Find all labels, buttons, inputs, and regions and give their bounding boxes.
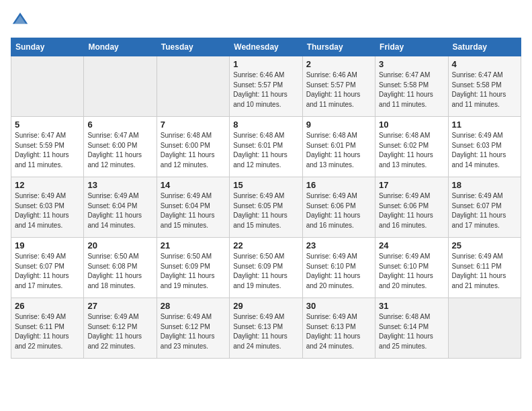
day-number: 27 — [87, 301, 152, 311]
cell-info: Sunrise: 6:46 AM Sunset: 5:57 PM Dayligh… — [306, 71, 371, 109]
day-number: 15 — [233, 180, 298, 190]
day-number: 12 — [15, 180, 80, 190]
cell-info: Sunrise: 6:47 AM Sunset: 6:00 PM Dayligh… — [87, 131, 152, 170]
column-header-saturday: Saturday — [448, 38, 521, 56]
cell-info: Sunrise: 6:49 AM Sunset: 6:05 PM Dayligh… — [233, 191, 298, 230]
day-number: 22 — [233, 240, 298, 250]
calendar-week-row: 1Sunrise: 6:46 AM Sunset: 5:57 PM Daylig… — [11, 56, 521, 117]
cell-info: Sunrise: 6:49 AM Sunset: 6:07 PM Dayligh… — [15, 252, 80, 291]
calendar-header-row: SundayMondayTuesdayWednesdayThursdayFrid… — [11, 38, 521, 56]
cell-info: Sunrise: 6:46 AM Sunset: 5:57 PM Dayligh… — [233, 71, 298, 109]
calendar-cell: 24Sunrise: 6:49 AM Sunset: 6:10 PM Dayli… — [375, 238, 448, 298]
calendar-cell: 28Sunrise: 6:49 AM Sunset: 6:12 PM Dayli… — [157, 298, 229, 359]
day-number: 24 — [379, 240, 444, 250]
day-number: 9 — [306, 120, 371, 130]
calendar-cell: 31Sunrise: 6:48 AM Sunset: 6:14 PM Dayli… — [375, 298, 448, 359]
cell-info: Sunrise: 6:47 AM Sunset: 5:59 PM Dayligh… — [15, 131, 80, 170]
day-number: 7 — [161, 120, 226, 130]
cell-info: Sunrise: 6:48 AM Sunset: 6:01 PM Dayligh… — [306, 131, 371, 170]
cell-info: Sunrise: 6:49 AM Sunset: 6:07 PM Dayligh… — [452, 191, 517, 230]
calendar-cell: 10Sunrise: 6:48 AM Sunset: 6:02 PM Dayli… — [375, 117, 448, 177]
calendar-cell: 17Sunrise: 6:49 AM Sunset: 6:06 PM Dayli… — [375, 177, 448, 238]
page-header — [11, 11, 521, 30]
calendar-week-row: 19Sunrise: 6:49 AM Sunset: 6:07 PM Dayli… — [11, 238, 521, 298]
calendar-cell — [448, 298, 521, 359]
calendar-cell: 30Sunrise: 6:49 AM Sunset: 6:13 PM Dayli… — [302, 298, 375, 359]
cell-info: Sunrise: 6:49 AM Sunset: 6:04 PM Dayligh… — [161, 191, 226, 230]
calendar-cell: 9Sunrise: 6:48 AM Sunset: 6:01 PM Daylig… — [302, 117, 375, 177]
cell-info: Sunrise: 6:49 AM Sunset: 6:10 PM Dayligh… — [379, 252, 444, 291]
calendar-cell — [11, 56, 84, 117]
column-header-sunday: Sunday — [11, 38, 84, 56]
column-header-friday: Friday — [375, 38, 448, 56]
calendar-cell: 22Sunrise: 6:50 AM Sunset: 6:09 PM Dayli… — [230, 238, 302, 298]
day-number: 2 — [306, 59, 371, 69]
cell-info: Sunrise: 6:48 AM Sunset: 6:01 PM Dayligh… — [233, 131, 298, 170]
cell-info: Sunrise: 6:48 AM Sunset: 6:00 PM Dayligh… — [161, 131, 226, 170]
calendar-cell — [157, 56, 229, 117]
logo — [11, 11, 31, 30]
day-number: 6 — [87, 120, 152, 130]
day-number: 26 — [15, 301, 80, 311]
calendar-cell: 11Sunrise: 6:49 AM Sunset: 6:03 PM Dayli… — [448, 117, 521, 177]
cell-info: Sunrise: 6:49 AM Sunset: 6:06 PM Dayligh… — [379, 191, 444, 230]
day-number: 25 — [452, 240, 517, 250]
day-number: 20 — [87, 240, 152, 250]
calendar-cell: 5Sunrise: 6:47 AM Sunset: 5:59 PM Daylig… — [11, 117, 84, 177]
calendar-cell: 27Sunrise: 6:49 AM Sunset: 6:12 PM Dayli… — [84, 298, 157, 359]
cell-info: Sunrise: 6:50 AM Sunset: 6:09 PM Dayligh… — [161, 252, 226, 291]
day-number: 23 — [306, 240, 371, 250]
calendar-cell: 3Sunrise: 6:47 AM Sunset: 5:58 PM Daylig… — [375, 56, 448, 117]
day-number: 14 — [161, 180, 226, 190]
calendar-cell: 1Sunrise: 6:46 AM Sunset: 5:57 PM Daylig… — [230, 56, 302, 117]
cell-info: Sunrise: 6:49 AM Sunset: 6:06 PM Dayligh… — [306, 191, 371, 230]
calendar-cell: 4Sunrise: 6:47 AM Sunset: 5:58 PM Daylig… — [448, 56, 521, 117]
column-header-wednesday: Wednesday — [230, 38, 302, 56]
calendar-cell: 8Sunrise: 6:48 AM Sunset: 6:01 PM Daylig… — [230, 117, 302, 177]
day-number: 31 — [379, 301, 444, 311]
calendar-cell: 29Sunrise: 6:49 AM Sunset: 6:13 PM Dayli… — [230, 298, 302, 359]
cell-info: Sunrise: 6:49 AM Sunset: 6:12 PM Dayligh… — [87, 312, 152, 351]
calendar-cell: 15Sunrise: 6:49 AM Sunset: 6:05 PM Dayli… — [230, 177, 302, 238]
cell-info: Sunrise: 6:49 AM Sunset: 6:11 PM Dayligh… — [15, 312, 80, 351]
calendar-cell: 26Sunrise: 6:49 AM Sunset: 6:11 PM Dayli… — [11, 298, 84, 359]
cell-info: Sunrise: 6:49 AM Sunset: 6:03 PM Dayligh… — [15, 191, 80, 230]
cell-info: Sunrise: 6:50 AM Sunset: 6:08 PM Dayligh… — [87, 252, 152, 291]
calendar-cell: 21Sunrise: 6:50 AM Sunset: 6:09 PM Dayli… — [157, 238, 229, 298]
cell-info: Sunrise: 6:50 AM Sunset: 6:09 PM Dayligh… — [233, 252, 298, 291]
day-number: 29 — [233, 301, 298, 311]
calendar-cell: 14Sunrise: 6:49 AM Sunset: 6:04 PM Dayli… — [157, 177, 229, 238]
day-number: 8 — [233, 120, 298, 130]
day-number: 13 — [87, 180, 152, 190]
calendar-cell: 20Sunrise: 6:50 AM Sunset: 6:08 PM Dayli… — [84, 238, 157, 298]
calendar-cell: 18Sunrise: 6:49 AM Sunset: 6:07 PM Dayli… — [448, 177, 521, 238]
calendar-cell — [84, 56, 157, 117]
calendar-cell: 12Sunrise: 6:49 AM Sunset: 6:03 PM Dayli… — [11, 177, 84, 238]
cell-info: Sunrise: 6:49 AM Sunset: 6:11 PM Dayligh… — [452, 252, 517, 291]
calendar-week-row: 5Sunrise: 6:47 AM Sunset: 5:59 PM Daylig… — [11, 117, 521, 177]
calendar-cell: 13Sunrise: 6:49 AM Sunset: 6:04 PM Dayli… — [84, 177, 157, 238]
day-number: 18 — [452, 180, 517, 190]
cell-info: Sunrise: 6:49 AM Sunset: 6:13 PM Dayligh… — [306, 312, 371, 351]
cell-info: Sunrise: 6:47 AM Sunset: 5:58 PM Dayligh… — [452, 71, 517, 109]
column-header-tuesday: Tuesday — [157, 38, 229, 56]
day-number: 21 — [161, 240, 226, 250]
calendar-week-row: 26Sunrise: 6:49 AM Sunset: 6:11 PM Dayli… — [11, 298, 521, 359]
calendar-cell: 19Sunrise: 6:49 AM Sunset: 6:07 PM Dayli… — [11, 238, 84, 298]
day-number: 30 — [306, 301, 371, 311]
calendar-cell: 23Sunrise: 6:49 AM Sunset: 6:10 PM Dayli… — [302, 238, 375, 298]
calendar-cell: 7Sunrise: 6:48 AM Sunset: 6:00 PM Daylig… — [157, 117, 229, 177]
cell-info: Sunrise: 6:49 AM Sunset: 6:10 PM Dayligh… — [306, 252, 371, 291]
day-number: 4 — [452, 59, 517, 69]
day-number: 16 — [306, 180, 371, 190]
cell-info: Sunrise: 6:49 AM Sunset: 6:04 PM Dayligh… — [87, 191, 152, 230]
day-number: 10 — [379, 120, 444, 130]
calendar-table: SundayMondayTuesdayWednesdayThursdayFrid… — [11, 38, 521, 359]
calendar-cell: 25Sunrise: 6:49 AM Sunset: 6:11 PM Dayli… — [448, 238, 521, 298]
day-number: 1 — [233, 59, 298, 69]
column-header-monday: Monday — [84, 38, 157, 56]
day-number: 17 — [379, 180, 444, 190]
logo-icon — [11, 11, 30, 30]
cell-info: Sunrise: 6:48 AM Sunset: 6:02 PM Dayligh… — [379, 131, 444, 170]
day-number: 3 — [379, 59, 444, 69]
